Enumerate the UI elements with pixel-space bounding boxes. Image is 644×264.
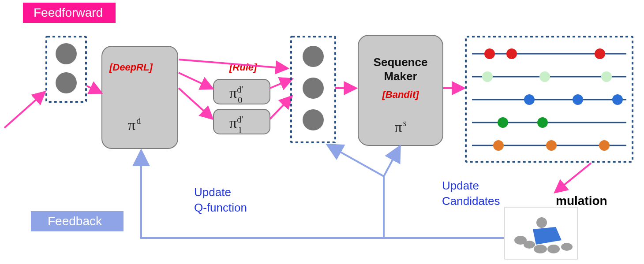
feedforward-label: Feedforward bbox=[34, 6, 103, 19]
state-circle-2 bbox=[56, 72, 77, 93]
svg-point-5 bbox=[482, 71, 493, 82]
arrow-deeprl-rule0 bbox=[179, 73, 212, 88]
seq-line1: Sequence bbox=[374, 56, 428, 69]
state-circle-1 bbox=[56, 43, 77, 64]
svg-point-13 bbox=[498, 117, 508, 128]
seq-row-1 bbox=[472, 48, 626, 59]
seq-row-5 bbox=[472, 140, 626, 151]
arrow-output-sim bbox=[556, 163, 591, 192]
deeprl-method: [DeepRL] bbox=[109, 62, 153, 73]
seq-row-2 bbox=[472, 71, 626, 82]
svg-point-23 bbox=[561, 243, 573, 251]
label-update-q1: Update bbox=[194, 186, 231, 199]
label-update-c2: Candidates bbox=[442, 194, 500, 208]
svg-point-1 bbox=[484, 48, 495, 59]
svg-point-9 bbox=[524, 94, 535, 105]
seq-row-4 bbox=[472, 117, 626, 128]
svg-point-3 bbox=[595, 48, 605, 59]
simulation-label: mulation bbox=[556, 194, 607, 208]
seq-row-3 bbox=[472, 94, 626, 105]
svg-point-6 bbox=[539, 71, 550, 82]
feedback-arrow-c-left bbox=[329, 145, 384, 176]
feedback-arrow-c-right bbox=[384, 148, 399, 176]
label-update-q2: Q-function bbox=[194, 201, 247, 214]
mid-circle-3 bbox=[303, 109, 324, 130]
arrow-rule0-mid bbox=[270, 79, 291, 88]
arrow-rule1-mid bbox=[270, 97, 291, 119]
svg-point-17 bbox=[546, 140, 557, 151]
svg-point-2 bbox=[506, 48, 517, 59]
seq-method: [Bandit] bbox=[382, 89, 419, 100]
svg-point-24 bbox=[536, 217, 547, 228]
label-update-c1: Update bbox=[442, 179, 479, 192]
arrow-deeprl-rule1 bbox=[179, 88, 212, 118]
arrow-incoming bbox=[4, 93, 44, 128]
svg-point-10 bbox=[573, 94, 583, 105]
svg-point-21 bbox=[534, 245, 547, 253]
mid-circle-1 bbox=[303, 46, 324, 67]
arrow-input-deeprl bbox=[87, 86, 101, 93]
svg-point-7 bbox=[601, 71, 612, 82]
svg-point-11 bbox=[612, 94, 623, 105]
mid-circle-2 bbox=[303, 78, 324, 99]
svg-point-18 bbox=[599, 140, 610, 151]
svg-point-16 bbox=[493, 140, 504, 151]
svg-point-14 bbox=[537, 117, 548, 128]
svg-point-22 bbox=[547, 245, 560, 253]
feedback-label: Feedback bbox=[48, 214, 102, 228]
svg-point-20 bbox=[524, 241, 535, 249]
seq-line2: Maker bbox=[384, 70, 417, 83]
